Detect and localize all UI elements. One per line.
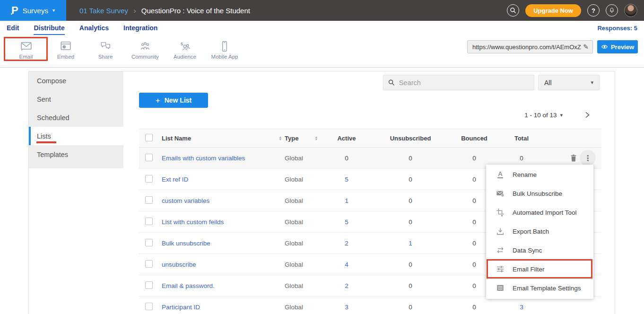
row-menu-button[interactable]: ⋮ (580, 150, 596, 166)
email-filter-icon (496, 265, 505, 273)
rename-icon: A (496, 171, 505, 178)
tab-analytics[interactable]: Analytics (79, 24, 109, 34)
list-name-link[interactable]: List with custom feilds (162, 218, 224, 226)
preview-button[interactable]: Preview (597, 40, 638, 53)
active-count[interactable]: 5 (321, 218, 373, 226)
row-checkbox[interactable] (145, 303, 153, 310)
unsubscribed-count[interactable]: 0 (373, 304, 448, 311)
tab-edit[interactable]: Edit (7, 24, 19, 34)
row-checkbox[interactable] (145, 196, 153, 204)
search-button[interactable] (507, 4, 519, 17)
active-count[interactable]: 4 (321, 261, 373, 268)
responses-count[interactable]: Responses: 5 (597, 25, 637, 32)
channel-email[interactable]: Email (6, 37, 46, 63)
row-checkbox[interactable] (145, 175, 153, 183)
channel-share[interactable]: Share (86, 37, 125, 63)
help-button[interactable]: ? (587, 4, 600, 17)
total-count[interactable]: 3 (500, 304, 543, 311)
user-avatar[interactable] (624, 4, 637, 17)
list-name-link[interactable]: Email & password. (162, 282, 215, 289)
sidebar-item-templates[interactable]: Templates (29, 145, 123, 164)
list-name-link[interactable]: unsubscribe (162, 261, 196, 268)
channel-label: Audience (174, 54, 196, 60)
tab-distribute[interactable]: Distribute (34, 24, 64, 35)
active-count[interactable]: 5 (321, 176, 373, 183)
surveys-product-menu[interactable]: P Surveys ▾ (0, 0, 66, 21)
search-input[interactable] (399, 79, 529, 87)
active-count[interactable]: 3 (321, 304, 373, 311)
unsubscribed-count[interactable]: 0 (373, 176, 448, 183)
select-all-checkbox[interactable] (145, 134, 153, 141)
edit-url-icon[interactable]: ✎ (583, 43, 589, 51)
search-icon (388, 79, 395, 86)
total-count[interactable]: 0 (500, 155, 543, 162)
active-count[interactable]: 2 (321, 240, 373, 247)
active-count[interactable]: 1 (321, 197, 373, 204)
list-search-box[interactable] (383, 75, 534, 90)
upgrade-now-button[interactable]: Upgrade Now (525, 4, 581, 17)
next-page-button[interactable] (583, 111, 591, 119)
bounced-count[interactable]: 0 (448, 155, 500, 162)
channel-label: Community (131, 54, 159, 60)
plus-icon: + (156, 96, 160, 105)
menu-item-label: Rename (513, 171, 537, 178)
menu-item-rename[interactable]: A Rename (486, 165, 593, 184)
share-icon (99, 41, 112, 52)
breadcrumb-separator-icon: › (133, 7, 136, 15)
survey-url-field[interactable]: https://www.questionpro.com/t/AEmOxZ ✎ (467, 40, 593, 53)
unsubscribed-count[interactable]: 0 (373, 282, 448, 289)
sidebar-item-compose[interactable]: Compose (29, 71, 123, 90)
menu-item-bulk-unsubscribe[interactable]: Bulk Unsubscribe (486, 184, 593, 203)
row-checkbox[interactable] (145, 218, 153, 225)
chevron-right-icon (583, 111, 591, 119)
menu-item-automated-import-tool[interactable]: Automated Import Tool (486, 203, 593, 222)
unsubscribed-count[interactable]: 0 (373, 261, 448, 268)
unsubscribed-count[interactable]: 1 (373, 240, 448, 247)
delete-list-icon[interactable] (570, 154, 577, 162)
menu-item-export-batch[interactable]: Export Batch (486, 222, 593, 241)
search-icon (510, 7, 516, 14)
menu-item-email-template-settings[interactable]: Email Template Settings (486, 279, 593, 297)
unsubscribed-count[interactable]: 0 (373, 155, 448, 162)
annotation-lists-underline (36, 141, 56, 143)
channel-list: Email Embed Share Community $ Audience M… (6, 37, 244, 63)
distribute-toolbar: Email Embed Share Community $ Audience M… (0, 35, 644, 68)
bounced-count[interactable]: 0 (448, 304, 500, 311)
sort-type-icon[interactable]: ▲▼ (315, 136, 318, 140)
channel-mobile-app[interactable]: Mobile App (205, 37, 244, 63)
sidebar-item-lists[interactable]: Lists (29, 127, 123, 145)
active-count[interactable]: 2 (321, 282, 373, 289)
list-name-link[interactable]: custom variables (162, 197, 209, 204)
breadcrumb-survey-link[interactable]: 01 Take Survey (79, 7, 128, 15)
notifications-button[interactable] (606, 4, 618, 17)
channel-embed[interactable]: Embed (46, 37, 86, 63)
unsubscribed-count[interactable]: 0 (373, 197, 448, 204)
channel-community[interactable]: Community (125, 37, 165, 63)
menu-item-data-sync[interactable]: Data Sync (486, 241, 593, 260)
list-type-dropdown[interactable]: All ▾ (538, 75, 600, 90)
sidebar-item-sent[interactable]: Sent (29, 90, 123, 108)
list-name-link[interactable]: Ext ref ID (162, 176, 188, 183)
bulk-unsubscribe-icon (496, 190, 505, 197)
row-checkbox[interactable] (145, 281, 153, 289)
channel-audience[interactable]: $ Audience (165, 37, 205, 63)
active-count[interactable]: 0 (321, 155, 373, 162)
table-row: Participant ID Global 3 0 0 3 ⋮ (139, 297, 601, 314)
header-active: Active (321, 135, 373, 142)
tab-integration[interactable]: Integration (123, 24, 157, 34)
unsubscribed-count[interactable]: 0 (373, 218, 448, 226)
row-checkbox[interactable] (145, 154, 153, 161)
pagination-dropdown-icon[interactable]: ▾ (560, 113, 563, 118)
sidebar-item-scheduled[interactable]: Scheduled (29, 108, 123, 127)
mobile-app-icon (218, 41, 231, 52)
row-checkbox[interactable] (145, 260, 153, 268)
pagination-range: 1 - 10 of 13 (524, 112, 557, 119)
new-list-button[interactable]: + New List (139, 93, 208, 108)
row-checkbox[interactable] (145, 239, 153, 246)
list-name-link[interactable]: Bulk unsubscribe (162, 240, 210, 247)
list-name-link[interactable]: Participant ID (162, 304, 200, 311)
list-name-link[interactable]: Emails with custom varialbles (162, 155, 245, 162)
menu-item-email-filter[interactable]: Email Filter (486, 260, 593, 279)
sidebar-item-label: Lists (37, 132, 51, 140)
sort-list-name-icon[interactable]: ▲▼ (279, 136, 282, 140)
